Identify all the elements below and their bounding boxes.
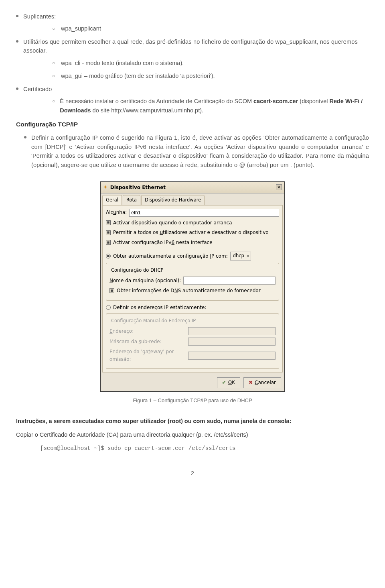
ok-icon: ✔ — [222, 379, 226, 387]
gateway-label: Endereço da 'gateway' por omissão: — [109, 348, 186, 363]
radio-static[interactable] — [106, 305, 111, 310]
checkbox-permitir[interactable] — [106, 230, 111, 235]
chk-dns-label: Obter informações de DNS automaticamente… — [117, 287, 261, 295]
dhcp-dropdown[interactable]: dhcp◂ — [230, 252, 251, 260]
radio-auto-label: Obter automaticamente a configuração IP … — [113, 252, 228, 260]
chk-permitir-label: Permitir a todos os utilizadores activar… — [113, 229, 269, 236]
wpa-cli-text: wpa_cli - modo texto (instalado com o si… — [61, 59, 184, 67]
dialog-title: Dispositivo Ethernet — [110, 184, 276, 191]
mascara-input — [188, 338, 276, 346]
endereco-input — [188, 327, 276, 335]
sub-bullet-icon: ○ — [52, 25, 56, 33]
star-icon: ✦ — [103, 183, 108, 192]
bullet-icon — [16, 87, 18, 90]
footer-heading: Instruções, a serem executadas como supe… — [16, 417, 369, 425]
nome-maquina-input[interactable] — [183, 277, 276, 285]
checkbox-activar[interactable] — [106, 220, 111, 225]
certificado-text: É necessário instalar o certificado da A… — [60, 97, 369, 115]
mascara-label: Máscara da sub-rede: — [109, 338, 186, 346]
tcp-heading: Configuração TCP/IP — [16, 120, 369, 129]
nome-maquina-label: Nome da máquina (opcional): — [109, 277, 181, 285]
gateway-input — [188, 352, 276, 360]
cancel-button[interactable]: ✖ Cancelar — [243, 377, 281, 388]
cert-b: (disponível — [298, 98, 329, 104]
cert-bold-a: cacert-scom.cer — [253, 98, 298, 104]
alcunha-input[interactable] — [129, 209, 279, 217]
tab-geral[interactable]: GGeraleral — [102, 195, 122, 205]
close-icon[interactable]: ✕ — [276, 184, 282, 190]
sub-bullet-icon: ○ — [52, 98, 55, 105]
chevron-down-icon: ◂ — [247, 253, 249, 259]
bullet-icon — [16, 40, 18, 43]
chk-ipv6-label: Activar configuração IPv6 nesta interfac… — [113, 239, 213, 246]
chk-activar-label: Activar dispositivo quando o computador … — [113, 219, 232, 227]
tab-rota[interactable]: Rota — [123, 195, 140, 205]
cert-a: É necessário instalar o certificado da A… — [60, 98, 253, 104]
tcp-paragraph: Definir a configuração IP como é sugerid… — [31, 133, 369, 169]
endereco-label: Endereço: — [109, 328, 186, 335]
manual-group-title: Configuração Manual do Endereço IP — [109, 317, 197, 325]
radio-auto[interactable] — [106, 254, 111, 258]
certificado-label: Certificado — [23, 85, 52, 94]
ok-button[interactable]: ✔ OK — [217, 377, 240, 388]
footer-text: Copiar o Certificado de Autoridade (CA) … — [16, 430, 369, 439]
tab-hardware[interactable]: Dispositivo de Hardware — [141, 195, 205, 205]
ethernet-dialog: ✦ Dispositivo Ethernet ✕ GGeraleral Rota… — [100, 181, 285, 392]
figure-caption: Figura 1 – Configuração TCP/IP para uso … — [16, 397, 369, 405]
checkbox-dns[interactable] — [109, 288, 114, 293]
sub-bullet-icon: ○ — [52, 72, 56, 80]
wpa-gui-text: wpa_gui – modo gráfico (tem de ser insta… — [61, 71, 215, 80]
bullet-icon — [16, 15, 18, 17]
code-block: [scom@localhost ~]$ sudo cp cacert-scom.… — [40, 444, 369, 453]
cert-c: do site http://www.campuvirtual.uminho.p… — [91, 107, 203, 114]
suplicantes-label: Suplicantes: — [23, 12, 56, 21]
utilitarios-text: Utilitários que permitem escolher a qual… — [23, 37, 369, 55]
wpa-supplicant-text: wpa_supplicant — [61, 24, 101, 33]
radio-static-label: Definir os endereços IP estaticamente: — [113, 304, 206, 311]
bullet-icon — [24, 136, 26, 138]
sub-bullet-icon: ○ — [52, 59, 56, 67]
cancel-icon: ✖ — [249, 379, 253, 387]
page-number: 2 — [16, 469, 369, 478]
checkbox-ipv6[interactable] — [106, 240, 111, 245]
dhcp-group-title: Configuração do DHCP — [109, 267, 165, 274]
alcunha-label: Alcunha: — [106, 209, 127, 216]
